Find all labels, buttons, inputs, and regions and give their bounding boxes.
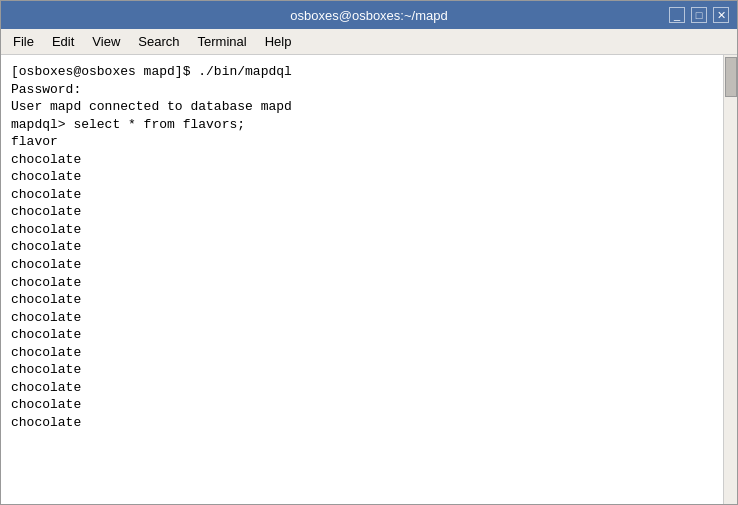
menu-terminal[interactable]: Terminal: [190, 32, 255, 51]
maximize-button[interactable]: □: [691, 7, 707, 23]
menu-search[interactable]: Search: [130, 32, 187, 51]
menu-bar: FileEditViewSearchTerminalHelp: [1, 29, 737, 55]
terminal-window: osboxes@osboxes:~/mapd _ □ ✕ FileEditVie…: [0, 0, 738, 505]
menu-file[interactable]: File: [5, 32, 42, 51]
title-bar: osboxes@osboxes:~/mapd _ □ ✕: [1, 1, 737, 29]
window-title: osboxes@osboxes:~/mapd: [69, 8, 669, 23]
scrollbar-thumb[interactable]: [725, 57, 737, 97]
window-controls: _ □ ✕: [669, 7, 729, 23]
terminal-output: [osboxes@osboxes mapd]$ ./bin/mapdql Pas…: [11, 63, 727, 431]
menu-view[interactable]: View: [84, 32, 128, 51]
scrollbar[interactable]: [723, 55, 737, 504]
menu-edit[interactable]: Edit: [44, 32, 82, 51]
terminal-wrapper: [osboxes@osboxes mapd]$ ./bin/mapdql Pas…: [1, 55, 737, 504]
minimize-button[interactable]: _: [669, 7, 685, 23]
menu-help[interactable]: Help: [257, 32, 300, 51]
terminal-content[interactable]: [osboxes@osboxes mapd]$ ./bin/mapdql Pas…: [1, 55, 737, 504]
close-button[interactable]: ✕: [713, 7, 729, 23]
